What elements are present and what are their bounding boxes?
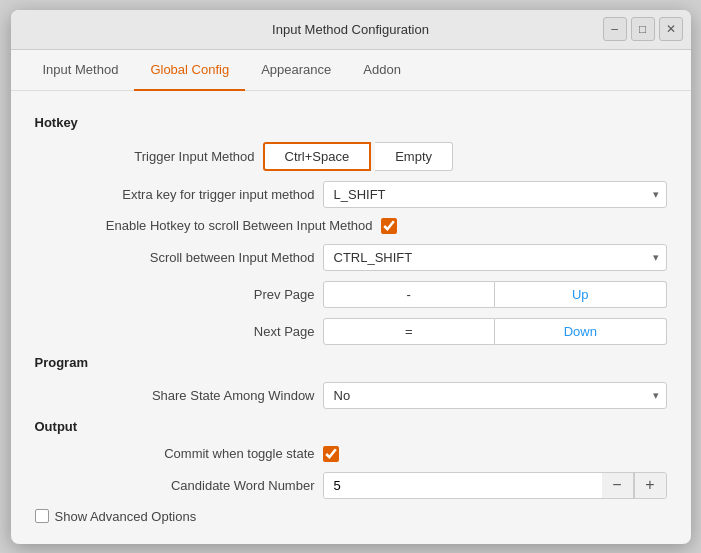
candidate-word-row: Candidate Word Number − + (35, 472, 667, 499)
tab-addon[interactable]: Addon (347, 50, 417, 91)
maximize-button[interactable]: □ (631, 17, 655, 41)
candidate-minus-button[interactable]: − (602, 473, 634, 498)
scroll-between-label: Scroll between Input Method (35, 250, 315, 265)
trigger-empty-button[interactable]: Empty (375, 142, 453, 171)
scroll-between-row: Scroll between Input Method CTRL_SHIFT ▾ (35, 244, 667, 271)
prev-page-buttons: - Up (323, 281, 667, 308)
next-page-buttons: = Down (323, 318, 667, 345)
enable-scroll-checkbox[interactable] (381, 218, 397, 234)
trigger-label: Trigger Input Method (35, 149, 255, 164)
share-state-label: Share State Among Window (35, 388, 315, 403)
extra-key-select-wrapper: L_SHIFT ▾ (323, 181, 667, 208)
scroll-select[interactable]: CTRL_SHIFT (323, 244, 667, 271)
titlebar: Input Method Configuration – □ ✕ (11, 10, 691, 50)
next-page-equals-button[interactable]: = (323, 318, 496, 345)
prev-page-label: Prev Page (35, 287, 315, 302)
hotkey-section-header: Hotkey (35, 115, 667, 130)
extra-key-row: Extra key for trigger input method L_SHI… (35, 181, 667, 208)
prev-page-row: Prev Page - Up (35, 281, 667, 308)
next-page-label: Next Page (35, 324, 315, 339)
close-button[interactable]: ✕ (659, 17, 683, 41)
candidate-number-input[interactable] (324, 473, 602, 498)
main-window: Input Method Configuration – □ ✕ Input M… (11, 10, 691, 544)
next-page-row: Next Page = Down (35, 318, 667, 345)
window-controls: – □ ✕ (603, 17, 683, 41)
advanced-options-row: Show Advanced Options (35, 509, 667, 524)
output-section-header: Output (35, 419, 667, 434)
tab-global-config[interactable]: Global Config (134, 50, 245, 91)
program-section-header: Program (35, 355, 667, 370)
content-area: Hotkey Trigger Input Method Ctrl+Space E… (11, 91, 691, 544)
trigger-hotkey-buttons: Ctrl+Space Empty (263, 142, 454, 171)
commit-toggle-checkbox[interactable] (323, 446, 339, 462)
extra-key-select[interactable]: L_SHIFT (323, 181, 667, 208)
show-advanced-label: Show Advanced Options (55, 509, 197, 524)
prev-page-minus-button[interactable]: - (323, 281, 496, 308)
share-state-select[interactable]: No (323, 382, 667, 409)
share-state-select-wrapper: No ▾ (323, 382, 667, 409)
tab-input-method[interactable]: Input Method (27, 50, 135, 91)
next-page-down-button[interactable]: Down (495, 318, 667, 345)
trigger-ctrl-space-button[interactable]: Ctrl+Space (263, 142, 372, 171)
window-title: Input Method Configuration (99, 22, 603, 37)
commit-toggle-label: Commit when toggle state (35, 446, 315, 461)
tab-bar: Input Method Global Config Appearance Ad… (11, 50, 691, 91)
commit-toggle-row: Commit when toggle state (35, 446, 667, 462)
candidate-word-label: Candidate Word Number (35, 478, 315, 493)
trigger-input-method-row: Trigger Input Method Ctrl+Space Empty (35, 142, 667, 171)
share-state-row: Share State Among Window No ▾ (35, 382, 667, 409)
show-advanced-checkbox[interactable] (35, 509, 49, 523)
enable-scroll-label: Enable Hotkey to scroll Between Input Me… (35, 218, 373, 233)
enable-scroll-row: Enable Hotkey to scroll Between Input Me… (35, 218, 667, 234)
extra-key-label: Extra key for trigger input method (35, 187, 315, 202)
minimize-button[interactable]: – (603, 17, 627, 41)
scroll-select-wrapper: CTRL_SHIFT ▾ (323, 244, 667, 271)
candidate-plus-button[interactable]: + (634, 473, 666, 498)
tab-appearance[interactable]: Appearance (245, 50, 347, 91)
candidate-number-control: − + (323, 472, 667, 499)
prev-page-up-button[interactable]: Up (495, 281, 667, 308)
